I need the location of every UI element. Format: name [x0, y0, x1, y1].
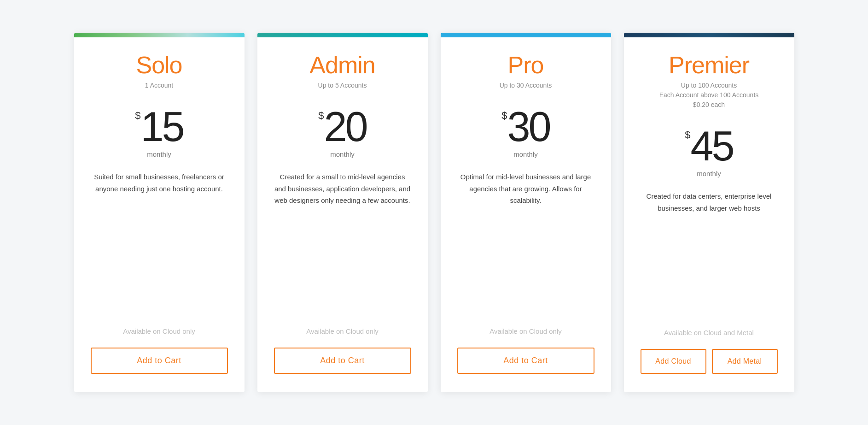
card-content-solo: Solo1 Account$15monthlySuited for small … — [74, 37, 245, 374]
price-dollar-premier: $ — [685, 130, 690, 140]
plan-name-solo: Solo — [136, 51, 182, 79]
plan-description-solo: Suited for small businesses, freelancers… — [91, 171, 228, 313]
card-content-pro: ProUp to 30 Accounts$30monthlyOptimal fo… — [441, 37, 611, 374]
card-content-premier: PremierUp to 100 AccountsEach Account ab… — [624, 37, 794, 374]
price-period-pro: monthly — [513, 150, 538, 158]
price-block-premier: $45 — [685, 125, 733, 167]
price-period-solo: monthly — [147, 150, 171, 158]
plan-accounts-premier: Up to 100 AccountsEach Account above 100… — [659, 81, 759, 110]
pricing-card-admin: AdminUp to 5 Accounts$20monthlyCreated f… — [257, 33, 428, 392]
price-number-solo: 15 — [141, 106, 183, 148]
price-dollar-solo: $ — [135, 111, 140, 121]
plan-name-pro: Pro — [508, 51, 544, 79]
plan-name-admin: Admin — [309, 51, 375, 79]
plan-description-pro: Optimal for mid-level businesses and lar… — [457, 171, 594, 313]
plan-accounts-solo: 1 Account — [145, 81, 174, 90]
plan-accounts-pro: Up to 30 Accounts — [500, 81, 552, 90]
add-to-cart-button-solo[interactable]: Add to Cart — [91, 348, 228, 374]
pricing-card-pro: ProUp to 30 Accounts$30monthlyOptimal fo… — [441, 33, 611, 392]
add-to-cart-button-pro[interactable]: Add to Cart — [457, 348, 594, 374]
card-content-admin: AdminUp to 5 Accounts$20monthlyCreated f… — [257, 37, 428, 374]
availability-solo: Available on Cloud only — [123, 326, 195, 337]
add-cloud-button-premier[interactable]: Add Cloud — [641, 349, 706, 374]
availability-admin: Available on Cloud only — [306, 326, 379, 337]
price-block-admin: $20 — [318, 106, 366, 148]
add-metal-button-premier[interactable]: Add Metal — [712, 349, 778, 374]
card-top-bar-solo — [74, 33, 245, 37]
price-period-premier: monthly — [697, 170, 721, 177]
card-top-bar-admin — [257, 33, 428, 37]
pricing-card-solo: Solo1 Account$15monthlySuited for small … — [74, 33, 245, 392]
availability-pro: Available on Cloud only — [489, 326, 562, 337]
price-number-pro: 30 — [507, 106, 550, 148]
plan-description-premier: Created for data centers, enterprise lev… — [641, 190, 778, 314]
price-period-admin: monthly — [330, 150, 355, 158]
price-dollar-pro: $ — [501, 111, 507, 121]
plan-description-admin: Created for a small to mid-level agencie… — [274, 171, 411, 313]
plan-name-premier: Premier — [669, 51, 749, 79]
add-to-cart-button-admin[interactable]: Add to Cart — [274, 348, 411, 374]
price-block-solo: $15 — [135, 106, 183, 148]
price-number-admin: 20 — [324, 106, 367, 148]
price-block-pro: $30 — [501, 106, 549, 148]
price-dollar-admin: $ — [318, 111, 324, 121]
plan-accounts-admin: Up to 5 Accounts — [318, 81, 367, 90]
pricing-container: Solo1 Account$15monthlySuited for small … — [20, 33, 849, 392]
card-top-bar-premier — [624, 33, 794, 37]
card-top-bar-pro — [441, 33, 611, 37]
button-row-premier: Add CloudAdd Metal — [641, 349, 778, 374]
price-number-premier: 45 — [691, 125, 733, 167]
availability-premier: Available on Cloud and Metal — [664, 328, 754, 338]
pricing-card-premier: PremierUp to 100 AccountsEach Account ab… — [624, 33, 794, 392]
